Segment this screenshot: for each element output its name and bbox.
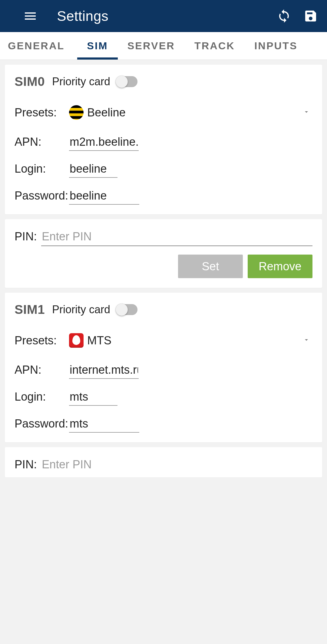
priority-label: Priority card (52, 303, 110, 316)
sim0-title: SIM0 (15, 74, 45, 89)
sim1-preset-dropdown[interactable]: Presets: MTS (15, 333, 312, 348)
tab-inputs[interactable]: INPUTS (245, 32, 307, 60)
hamburger-menu-icon[interactable] (23, 9, 38, 23)
login-label: Login: (15, 162, 69, 175)
sim1-login-input[interactable] (69, 389, 117, 406)
beeline-logo-icon (69, 105, 84, 120)
presets-label: Presets: (15, 106, 69, 119)
sync-icon[interactable] (277, 9, 291, 23)
svg-rect-0 (25, 12, 36, 14)
chevron-down-icon (303, 336, 310, 345)
priority-label: Priority card (52, 75, 110, 88)
save-icon[interactable] (303, 9, 318, 23)
password-label: Password: (15, 417, 69, 430)
app-bar: Settings (0, 0, 327, 32)
set-button[interactable]: Set (178, 255, 243, 278)
page-title: Settings (57, 8, 108, 24)
tab-general[interactable]: GENERAL (0, 32, 77, 60)
remove-button[interactable]: Remove (248, 255, 312, 278)
tab-sim[interactable]: SIM (77, 32, 117, 60)
sim0-preset-dropdown[interactable]: Presets: Beeline (15, 105, 312, 120)
presets-label: Presets: (15, 334, 69, 347)
chevron-down-icon (303, 108, 310, 117)
apn-label: APN: (15, 363, 69, 376)
svg-rect-1 (25, 15, 36, 17)
sim1-pin-card: PIN: (5, 447, 322, 477)
sim1-title: SIM1 (15, 302, 45, 317)
svg-rect-2 (25, 18, 36, 20)
sim0-apn-input[interactable] (69, 134, 139, 151)
tab-server[interactable]: SERVER (118, 32, 185, 60)
tab-track[interactable]: TRACK (185, 32, 245, 60)
password-label: Password: (15, 189, 69, 202)
pin-label: PIN: (15, 230, 41, 243)
pin-label: PIN: (15, 458, 41, 471)
mts-logo-icon (69, 333, 84, 348)
sim1-card: SIM1 Priority card Presets: MTS APN: Log… (5, 293, 322, 442)
sim0-card: SIM0 Priority card Presets: Beeline APN:… (5, 65, 322, 214)
tab-strip: GENERAL SIM SERVER TRACK INPUTS (0, 32, 327, 60)
sim0-priority-toggle[interactable] (116, 76, 137, 87)
sim1-apn-input[interactable] (69, 362, 139, 379)
sim0-login-input[interactable] (69, 161, 117, 178)
sim0-password-input[interactable] (69, 188, 139, 205)
sim1-pin-input[interactable] (41, 457, 312, 473)
apn-label: APN: (15, 135, 69, 148)
login-label: Login: (15, 390, 69, 403)
sim1-priority-toggle[interactable] (116, 304, 137, 315)
sim0-preset-name: Beeline (87, 106, 126, 119)
sim0-pin-input[interactable] (41, 229, 312, 246)
sim1-password-input[interactable] (69, 416, 139, 433)
sim1-preset-name: MTS (87, 334, 111, 347)
sim0-pin-card: PIN: Set Remove (5, 219, 322, 288)
